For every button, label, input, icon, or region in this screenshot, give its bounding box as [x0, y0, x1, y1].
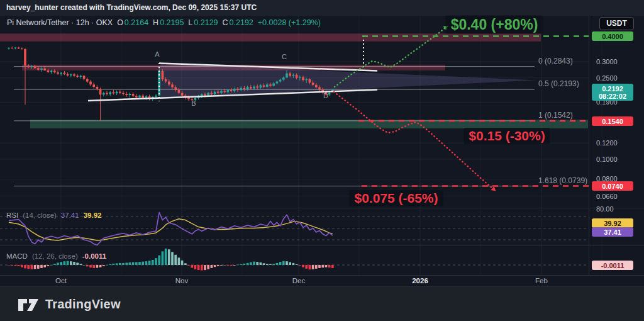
- fib-label: 0 (0.2843): [538, 57, 573, 65]
- symbol-legend[interactable]: Pi Network/Tether · 12h · OKX O0.2164 H0…: [7, 18, 321, 27]
- pattern-point-label: D: [323, 92, 328, 99]
- price-axis-badge: 0.0740: [592, 181, 633, 191]
- tradingview-logo-icon[interactable]: [18, 295, 39, 313]
- time-axis-label[interactable]: Oct: [55, 277, 67, 284]
- time-axis-label[interactable]: Dec: [292, 277, 305, 284]
- price-target-label: $0.40 (+80%): [446, 16, 543, 34]
- tradingview-brand-text[interactable]: TradingView: [45, 297, 121, 312]
- rsi-value: 37.41: [61, 211, 79, 219]
- ohlc-close: C0.2192: [223, 18, 253, 27]
- countdown-timer: 08:22:02: [592, 93, 633, 100]
- macd-label: MACD: [6, 252, 28, 260]
- price-axis-badge: 0.219208:22:02: [592, 84, 633, 101]
- pattern-point-label: A: [155, 50, 159, 58]
- price-axis-label: 0.0660: [596, 193, 618, 200]
- price-axis-label: 0.1200: [596, 139, 618, 147]
- time-axis-label[interactable]: Feb: [535, 277, 548, 284]
- price-zone: [0, 33, 541, 42]
- ohlc-high: H0.2195: [153, 18, 184, 27]
- tradingview-screenshot: harvey_hunter created with TradingView.c…: [0, 0, 644, 321]
- price-axis-label: 0.1000: [596, 155, 618, 163]
- main-pane: [0, 26, 589, 191]
- macd-value: -0.0011: [82, 252, 106, 260]
- indicator-axis-badge: 37.41: [592, 227, 633, 237]
- time-axis-label[interactable]: 2026: [412, 277, 428, 284]
- price-change: +0.0028 (+1.29%): [258, 18, 321, 27]
- price-chart-canvas[interactable]: [0, 0, 644, 321]
- price-target-label: $0.15 (-30%): [464, 128, 550, 144]
- macd-params: (12, 26, close): [32, 252, 78, 260]
- rsi-ma-line: [9, 219, 333, 240]
- rsi-legend[interactable]: RSI (14, close) 37.41 39.92: [6, 211, 101, 219]
- price-axis-label: 0.2500: [596, 74, 618, 82]
- symbol-title[interactable]: Pi Network/Tether · 12h · OKX: [7, 18, 113, 27]
- price-axis-badge: 0.1540: [592, 116, 633, 126]
- ohlc-open: O0.2164: [117, 18, 148, 27]
- indicator-axis-badge: 39.92: [592, 218, 633, 228]
- fib-label: 1.618 (0.0739): [538, 176, 587, 185]
- time-axis-label[interactable]: Nov: [175, 277, 188, 284]
- ohlc-low: L0.2129: [188, 18, 218, 27]
- fib-label: 1 (0.1542): [538, 111, 573, 120]
- rsi-label: RSI: [6, 211, 18, 219]
- usdt-currency-button[interactable]: USDT: [599, 17, 634, 30]
- fib-label: 0.5 (0.2193): [538, 79, 579, 88]
- rsi-ma-value: 39.92: [84, 211, 102, 219]
- pattern-point-label: B: [191, 99, 196, 107]
- rsi-axis-label: 80.00: [596, 205, 614, 213]
- price-target-label: $0.075 (-65%): [349, 190, 443, 206]
- vertical-gridlines: [61, 16, 602, 275]
- price-axis-label: 0.3000: [596, 58, 618, 65]
- pattern-point-label: C: [282, 53, 287, 60]
- indicator-axis-badge: -0.0011: [592, 261, 633, 270]
- footer-bar: TradingView: [0, 286, 644, 321]
- price-axis-badge: 0.4000: [592, 31, 633, 41]
- rsi-params: (14, close): [23, 211, 57, 219]
- macd-legend[interactable]: MACD (12, 26, close) -0.0011: [6, 252, 106, 260]
